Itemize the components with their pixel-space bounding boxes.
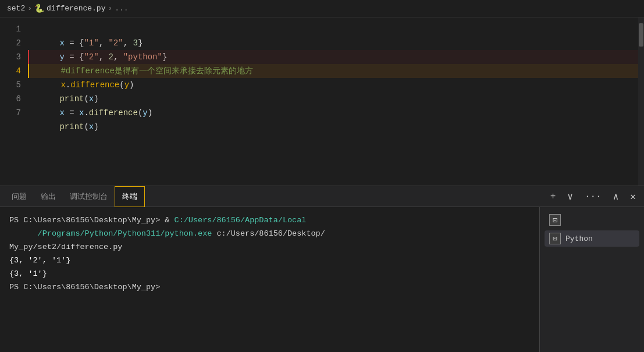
panel-maximize-button[interactable]: ∧ [610,190,622,204]
code-area[interactable]: x = {"1", "2", 3} y = {"2", 2, "python"}… [28,17,638,186]
terminal-split-button[interactable]: ∨ [564,190,577,204]
terminal-area[interactable]: PS C:\Users\86156\Desktop\My_py> & C:/Us… [0,207,539,352]
terminal-icon: ⊡ [549,214,561,226]
line-num-1: 1 [5,22,21,36]
tab-issues-label: 问题 [12,191,27,202]
terminal-sidebar: ⊡ ⊡ Python [539,207,644,352]
tab-terminal[interactable]: 终端 [115,186,145,207]
line-num-6: 6 [5,92,21,106]
line-num-5: 5 [5,78,21,92]
breadcrumb-filename[interactable]: difference.py [47,4,105,13]
line-num-4: 4 [5,64,21,78]
code-line-4: x.difference(y) [28,64,638,78]
tab-debug-label: 调试控制台 [70,191,108,202]
scrollbar-thumb[interactable] [639,23,643,47]
python-terminal-icon: ⊡ [549,233,561,244]
line-num-7: 7 [5,106,21,120]
breadcrumb-sep2: › [108,4,112,13]
tab-terminal-label: 终端 [122,191,137,202]
tab-debug-console[interactable]: 调试控制台 [63,186,115,207]
code-line-3: #difference是得有一个空间来承接去除元素的地方 [28,50,638,64]
terminal-icon-item[interactable]: ⊡ [545,212,639,228]
line-num-2: 2 [5,36,21,50]
python-terminal-item[interactable]: ⊡ Python [545,230,639,247]
new-terminal-button[interactable]: + [547,190,560,203]
breadcrumb-sep1: › [27,4,32,13]
code-line-2: y = {"2", 2, "python"} [28,36,638,50]
tab-output-label: 输出 [41,191,56,202]
terminal-output-2: {3, '1'} [9,268,530,281]
panel-close-button[interactable]: ✕ [627,190,639,204]
terminal-prompt-end: PS C:\Users\86156\Desktop\My_py> [9,281,530,294]
breadcrumb: set2 › 🐍 difference.py › ... [0,0,644,17]
code-line-7: print(x) [28,106,638,120]
terminal-ps-prefix: PS C:\Users\86156\Desktop\My_py> & [9,216,175,225]
more-actions-button[interactable]: ··· [581,190,605,203]
editor-scrollbar[interactable] [638,17,644,186]
terminal-output-1: {3, '2', '1'} [9,254,530,268]
line-num-3: 3 [5,50,21,64]
terminal-command-line: PS C:\Users\86156\Desktop\My_py> & C:/Us… [9,214,530,254]
python-terminal-label: Python [565,234,593,243]
tab-output[interactable]: 输出 [34,186,63,207]
panel-content: PS C:\Users\86156\Desktop\My_py> & C:/Us… [0,207,644,352]
code-line-6: x = x.difference(y) [28,92,638,106]
editor: 1 2 3 4 5 6 7 x = {"1", "2", 3} y = {"2"… [0,17,644,186]
code-line-1: x = {"1", "2", 3} [28,22,638,36]
tab-issues[interactable]: 问题 [5,186,34,207]
line-numbers: 1 2 3 4 5 6 7 [0,17,28,186]
panel-tabs: 问题 输出 调试控制台 终端 + ∨ ··· ∧ ✕ [0,186,644,207]
code-line-5: print(x) [28,78,638,92]
python-icon: 🐍 [34,3,44,13]
panel: 问题 输出 调试控制台 终端 + ∨ ··· ∧ ✕ PS C:\Users\8… [0,186,644,352]
panel-actions: + ∨ ··· ∧ ✕ [547,190,639,204]
breadcrumb-ellipsis: ... [115,4,128,13]
breadcrumb-set2[interactable]: set2 [7,4,25,13]
